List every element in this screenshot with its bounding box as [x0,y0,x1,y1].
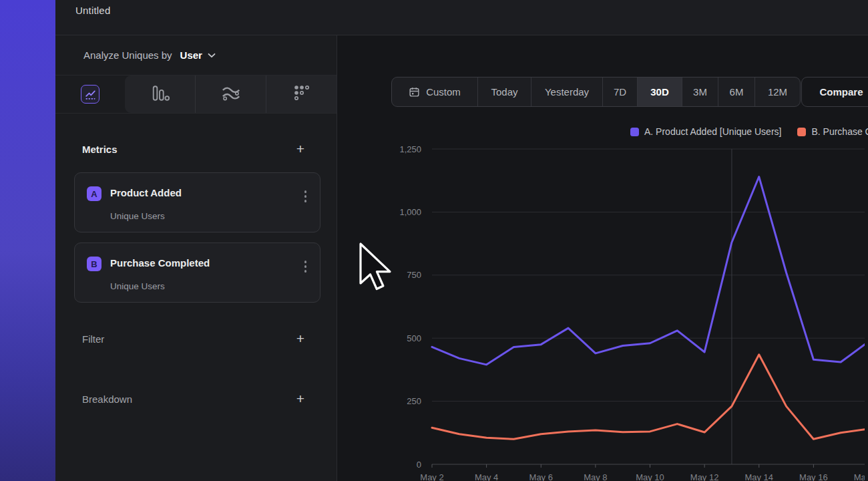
kebab-menu-icon[interactable] [304,261,307,273]
retention-dots-icon [293,84,310,104]
funnel-bars-icon [151,85,170,104]
query-sidebar: Analyze Uniques by User [55,35,337,481]
y-tick-label: 1,000 [399,207,421,217]
range-button-6m[interactable]: 6M [718,77,754,106]
range-button-30d[interactable]: 30D [637,77,682,106]
x-tick-label: May 6 [529,472,553,481]
add-breakdown-button[interactable]: + [296,392,304,406]
report-type-tabs [55,75,337,114]
flows-icon [221,85,241,104]
filter-label: Filter [82,333,296,345]
legend-label: B. Purchase Completed [Unique Users] [811,126,868,137]
metrics-label: Metrics [82,144,296,155]
range-button-yesterday[interactable]: Yesterday [531,77,602,106]
add-filter-button[interactable]: + [296,332,304,345]
range-button-custom[interactable]: Custom [392,77,477,106]
y-tick-label: 500 [407,333,421,343]
tab-funnels[interactable] [125,75,195,113]
legend-item[interactable]: B. Purchase Completed [Unique Users] [797,126,868,137]
tab-strip [125,75,337,113]
x-tick-label: May 4 [475,472,498,481]
metric-subtitle[interactable]: Unique Users [110,281,165,291]
y-tick-label: 750 [407,270,421,280]
decorative-gradient-strip [0,0,55,481]
date-range-control: CustomTodayYesterday7D30D3M6M12M [391,77,801,107]
metric-subtitle[interactable]: Unique Users [110,211,165,221]
calendar-icon [409,86,420,98]
legend-label: A. Product Added [Unique Users] [644,126,781,137]
report-title[interactable]: Untitled [75,5,110,16]
analyze-label: Analyze Uniques by [83,49,172,61]
range-button-7d[interactable]: 7D [602,77,637,106]
x-tick-label: May 14 [744,472,773,481]
x-tick-label: May 12 [690,472,719,481]
metrics-header-row: Metrics + [55,142,337,156]
tab-insights[interactable] [55,75,125,113]
metric-title: Purchase Completed [110,257,210,269]
metric-card-a[interactable]: A Product Added Unique Users [74,172,320,232]
y-tick-label: 1,250 [399,144,421,154]
metric-badge-b: B [87,257,101,271]
range-button-today[interactable]: Today [477,77,531,106]
series-line-b[interactable] [432,355,865,439]
x-tick-label: May 2 [420,472,443,481]
y-tick-label: 250 [407,396,421,406]
compare-button[interactable]: Compare [801,77,868,107]
tab-flows[interactable] [195,75,266,113]
legend-swatch [630,128,639,136]
analyze-row: Analyze Uniques by User [55,35,337,75]
analyze-value-dropdown[interactable]: User [180,49,202,61]
range-button-12m[interactable]: 12M [754,77,800,106]
x-tick-label: May 8 [584,472,607,481]
series-line-a[interactable] [432,177,865,365]
tab-retention[interactable] [266,75,337,113]
x-tick-label: May 18 [854,472,865,481]
filter-row: Filter + [55,332,337,345]
chart-panel: CustomTodayYesterday7D30D3M6M12M Compare… [337,35,868,481]
y-tick-label: 0 [417,460,421,470]
legend-item[interactable]: A. Product Added [Unique Users] [630,126,781,137]
chart-legend: A. Product Added [Unique Users]B. Purcha… [630,126,868,137]
x-tick-label: May 16 [799,472,828,481]
insights-line-chart-icon [81,85,99,104]
kebab-menu-icon[interactable] [304,190,307,202]
metric-card-b[interactable]: B Purchase Completed Unique Users [74,243,320,303]
range-button-3m[interactable]: 3M [682,77,718,106]
breakdown-label: Breakdown [82,393,296,405]
legend-swatch [797,128,806,136]
metric-badge-a: A [87,186,101,201]
line-chart[interactable]: May 2May 4May 6May 8May 10May 12May 14Ma… [392,142,865,481]
add-metric-button[interactable]: + [296,142,304,156]
top-header: Untitled [55,0,868,35]
chevron-down-icon[interactable] [208,53,216,58]
metric-title: Product Added [110,187,182,198]
breakdown-row: Breakdown + [55,392,337,406]
x-tick-label: May 10 [636,472,664,481]
